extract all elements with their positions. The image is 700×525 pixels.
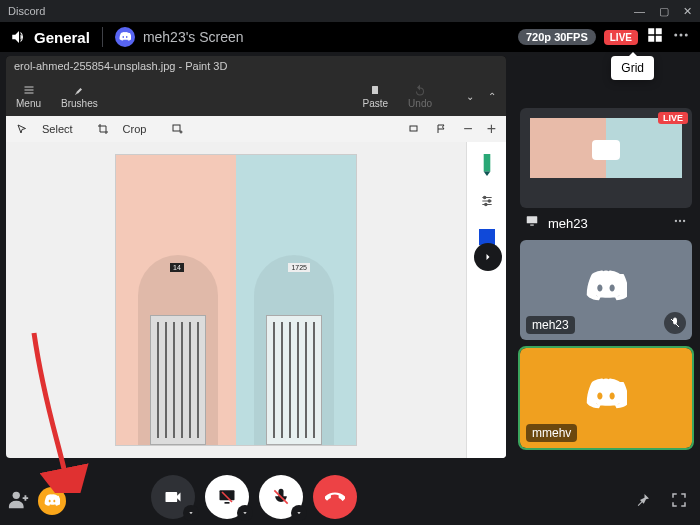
ribbon-brushes: Brushes	[61, 84, 98, 109]
house-number-right: 1725	[288, 263, 310, 272]
svg-rect-10	[410, 126, 417, 131]
participant-tile-1[interactable]: meh23	[520, 240, 692, 340]
pin-icon[interactable]	[634, 491, 652, 513]
chevron-down-icon[interactable]	[291, 505, 307, 521]
disconnect-call-button[interactable]	[313, 475, 357, 519]
stream-label-row: meh23	[520, 214, 692, 232]
svg-point-4	[674, 34, 677, 37]
svg-rect-7	[372, 86, 378, 94]
camera-toggle-button[interactable]	[151, 475, 195, 519]
window-close-icon[interactable]: ✕	[683, 5, 692, 18]
paint3d-ribbon: Menu Brushes Paste Undo ⌄ ⌃	[6, 76, 506, 116]
marker-tool-icon	[478, 156, 496, 174]
svg-point-15	[484, 203, 486, 205]
svg-point-6	[685, 34, 688, 37]
house-number-left: 14	[170, 263, 184, 272]
participant-tile-2[interactable]: mmehv	[520, 348, 692, 448]
discord-logo-icon	[585, 267, 627, 313]
svg-rect-0	[648, 28, 654, 34]
zoom-in-icon: +	[487, 120, 496, 138]
svg-rect-11	[483, 154, 490, 172]
ribbon-paste: Paste	[363, 84, 389, 109]
sliders-icon	[478, 192, 496, 210]
presenter-avatar[interactable]	[115, 27, 135, 47]
svg-point-5	[680, 34, 683, 37]
stream-owner-name: meh23	[548, 216, 588, 231]
more-options-icon[interactable]	[672, 26, 690, 48]
svg-marker-12	[483, 172, 490, 176]
window-maximize-icon[interactable]: ▢	[659, 5, 669, 18]
next-stream-button[interactable]	[474, 243, 502, 271]
main-stream-tile[interactable]: erol-ahmed-255854-unsplash.jpg - Paint 3…	[6, 56, 506, 458]
divider	[102, 27, 103, 47]
chevron-down-icon[interactable]	[183, 505, 199, 521]
svg-point-18	[675, 220, 677, 222]
paint3d-side-panel	[466, 142, 506, 458]
ribbon-menu: Menu	[16, 84, 41, 109]
channel-name: General	[34, 29, 90, 46]
window-controls: — ▢ ✕	[634, 5, 692, 18]
window-minimize-icon[interactable]: —	[634, 5, 645, 18]
stop-screen-share-button[interactable]	[205, 475, 249, 519]
fullscreen-icon[interactable]	[670, 491, 688, 513]
participant-stream-tile[interactable]: LIVE	[520, 108, 692, 208]
svg-rect-16	[527, 216, 538, 223]
participant-2-name: mmehv	[526, 424, 577, 442]
stream-more-icon[interactable]	[672, 214, 688, 232]
camera-icon	[592, 140, 620, 160]
screen-share-label: meh23's Screen	[143, 29, 244, 45]
svg-rect-17	[530, 225, 534, 226]
paint3d-canvas: 14 1725	[6, 142, 506, 458]
view-flag-icon	[435, 123, 449, 135]
discord-logo-icon	[585, 375, 627, 421]
svg-point-14	[488, 200, 490, 202]
magic-select-icon	[170, 123, 184, 135]
svg-rect-1	[656, 28, 662, 34]
monitor-icon	[524, 214, 540, 232]
svg-point-13	[483, 196, 485, 198]
svg-point-20	[683, 220, 685, 222]
svg-rect-22	[220, 490, 235, 500]
call-controls	[0, 475, 508, 519]
mute-mic-button[interactable]	[259, 475, 303, 519]
chevron-up-icon: ⌃	[488, 91, 496, 102]
chevron-down-icon: ⌄	[466, 91, 474, 102]
app-name: Discord	[8, 5, 45, 17]
svg-point-9	[180, 131, 182, 133]
window-titlebar: Discord — ▢ ✕	[0, 0, 700, 22]
live-badge: LIVE	[604, 30, 638, 45]
view-3d-icon	[407, 123, 421, 135]
svg-rect-2	[648, 36, 654, 42]
zoom-out-icon: −	[463, 120, 472, 138]
svg-rect-23	[225, 502, 230, 504]
speaker-icon[interactable]	[10, 28, 28, 46]
svg-rect-3	[656, 36, 662, 42]
ribbon-undo: Undo	[408, 84, 432, 109]
muted-mic-icon	[664, 312, 686, 334]
grid-view-icon[interactable]	[646, 26, 664, 48]
edited-photo: 14 1725	[116, 155, 356, 445]
svg-rect-8	[173, 125, 180, 131]
chevron-down-icon[interactable]	[237, 505, 253, 521]
stream-quality-pill[interactable]: 720p 30FPS	[518, 29, 596, 45]
call-header: General meh23's Screen 720p 30FPS LIVE	[0, 22, 700, 52]
tool-crop-label: Crop	[123, 123, 147, 135]
paint3d-titlebar: erol-ahmed-255854-unsplash.jpg - Paint 3…	[6, 56, 506, 76]
cursor-icon	[16, 123, 28, 135]
live-badge-small: LIVE	[658, 112, 688, 124]
paint3d-toolbar: Select Crop − +	[6, 116, 506, 142]
crop-icon	[97, 123, 109, 135]
participant-1-name: meh23	[526, 316, 575, 334]
tool-select-label: Select	[42, 123, 73, 135]
svg-point-19	[679, 220, 681, 222]
